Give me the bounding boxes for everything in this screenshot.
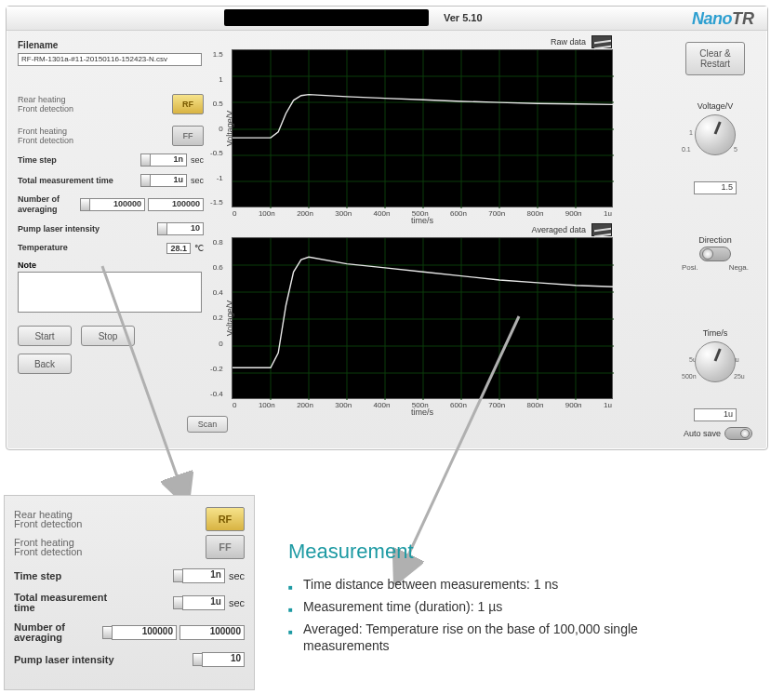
mode-rf-label: Rear heatingFront detection	[18, 95, 73, 113]
zoom-total-field[interactable]: 1u	[182, 595, 225, 610]
mode-rf-button[interactable]: RF	[172, 94, 204, 114]
pump-intensity-stepper[interactable]	[157, 222, 166, 235]
raw-chart-svg	[233, 50, 614, 208]
averaging-label: Number of averaging	[18, 194, 80, 215]
timestep-stepper[interactable]	[140, 153, 150, 167]
filename-label: Filename	[18, 40, 204, 50]
annotation-block: Measurement Time distance between measur…	[288, 540, 688, 657]
svg-line-29	[402, 316, 519, 569]
zoom-averaging-stepper[interactable]	[102, 626, 112, 639]
autosave-label: Auto save	[684, 429, 721, 438]
averaging-field-b[interactable]: 100000	[148, 198, 204, 211]
zoom-pump-stepper[interactable]	[193, 653, 202, 666]
autosave-row: Auto save	[684, 427, 752, 440]
direction-block: Direction Posi.Nega.	[676, 235, 754, 287]
temperature-label: Temperature	[18, 243, 68, 253]
zoom-pump-field[interactable]: 10	[202, 652, 245, 667]
zoom-mode-rf-label: Rear heatingFront detection	[14, 510, 82, 528]
clear-restart-button[interactable]: Clear & Restart	[685, 42, 745, 75]
zoom-inset: Rear heatingFront detection RF Front hea…	[4, 495, 255, 690]
zoom-timestep-stepper[interactable]	[173, 569, 182, 582]
total-time-stepper[interactable]	[140, 174, 150, 187]
annotation-heading: Measurement	[288, 540, 688, 564]
filename-field[interactable]: RF-RM-1301a-#11-20150116-152423-N.csv	[18, 53, 202, 66]
temperature-unit: ℃	[194, 244, 204, 253]
raw-chart-title: Raw data	[551, 37, 586, 47]
timestep-field[interactable]: 1n	[150, 153, 187, 167]
total-time-field[interactable]: 1u	[150, 174, 187, 187]
time-knob-block: Time/s 500n5u15u20u25u 1u	[676, 328, 754, 421]
zoom-timestep-label: Time step	[14, 571, 61, 581]
time-knob-panel: Time/s 500n5u15u20u25u 1u	[676, 302, 754, 421]
title-redacted	[224, 9, 429, 26]
direction-toggle[interactable]	[699, 247, 731, 261]
direction-label: Direction	[676, 235, 754, 245]
direction-posi: Posi.	[682, 263, 698, 272]
raw-ylabel: Voltage/V	[225, 111, 234, 147]
brand-nano: Nano	[692, 9, 732, 28]
avg-chart-title: Averaged data	[532, 225, 586, 234]
direction-nega: Nega.	[729, 263, 749, 272]
voltage-knob-block: Voltage/V 0.11245 1.5	[676, 101, 754, 194]
voltage-dial[interactable]	[695, 114, 736, 155]
waveform-icon[interactable]	[591, 35, 612, 48]
title-bar: Ver 5.10 NanoTR	[7, 7, 767, 31]
brand-tr: TR	[732, 9, 754, 28]
time-knob-label: Time/s	[676, 328, 754, 338]
right-panel: Clear & Restart Voltage/V 0.11245 1.5	[676, 42, 754, 194]
annotation-bullet: Averaged: Temperature rise on the base o…	[288, 618, 688, 657]
temperature-field: 28.1	[166, 243, 191, 254]
raw-yticks: 1.510.50-0.5-1-1.5	[210, 50, 223, 207]
raw-data-chart: Raw data Voltage/V time/s 1.510.50-0.5-1…	[232, 49, 613, 207]
autosave-toggle[interactable]	[724, 427, 752, 440]
time-value-field[interactable]: 1u	[694, 408, 737, 421]
zoom-averaging-field-b[interactable]: 100000	[179, 625, 245, 640]
avg-yticks: 0.80.60.40.20-0.2-0.4	[210, 238, 223, 398]
zoom-total-stepper[interactable]	[173, 596, 182, 609]
zoom-total-label: Total measurement time	[14, 593, 116, 613]
pump-intensity-label: Pump laser intensity	[18, 224, 100, 234]
annotation-bullet: Time distance between measurements: 1 ns	[288, 573, 688, 595]
time-dial[interactable]	[695, 341, 736, 382]
timestep-label: Time step	[18, 155, 57, 166]
averaging-field-a[interactable]: 100000	[89, 198, 145, 211]
annotation-bullet: Measurement time (duration): 1 µs	[288, 595, 688, 618]
total-time-label: Total measurement time	[18, 176, 113, 186]
zoom-mode-rf-button[interactable]: RF	[206, 507, 245, 531]
start-button[interactable]: Start	[18, 326, 72, 346]
zoom-mode-ff-button[interactable]: FF	[206, 535, 245, 559]
mode-ff-label: Front heatingFront detection	[18, 127, 73, 145]
total-time-unit: sec	[191, 176, 204, 185]
zoom-pump-label: Pump laser intensity	[14, 655, 114, 665]
callout-arrow-left	[80, 259, 210, 510]
zoom-averaging-field-a[interactable]: 100000	[112, 625, 177, 640]
timestep-unit: sec	[191, 155, 204, 165]
waveform-icon[interactable]	[591, 223, 612, 236]
zoom-mode-ff-label: Front heatingFront detection	[14, 538, 82, 556]
pump-intensity-field[interactable]: 10	[166, 222, 204, 235]
svg-line-28	[102, 266, 182, 491]
version-label: Ver 5.10	[444, 12, 483, 23]
zoom-timestep-field[interactable]: 1n	[182, 568, 225, 583]
avg-ylabel: Voltage/V	[225, 300, 234, 337]
mode-ff-button[interactable]: FF	[172, 126, 204, 146]
back-button[interactable]: Back	[18, 354, 72, 374]
voltage-value-field[interactable]: 1.5	[694, 181, 737, 194]
zoom-averaging-label: Number of averaging	[14, 622, 102, 643]
voltage-knob-label: Voltage/V	[676, 101, 754, 111]
raw-xticks: 0100n200n300n400n500n600n700n800n900n1u	[233, 209, 612, 218]
brand-logo: NanoTR	[692, 9, 754, 29]
averaging-stepper-a[interactable]	[80, 198, 89, 211]
